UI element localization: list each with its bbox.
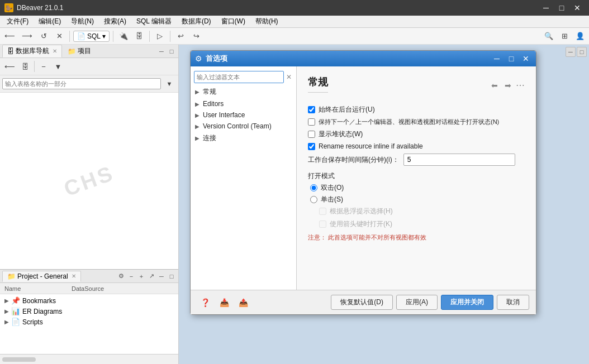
save-interval-input[interactable] — [403, 154, 515, 166]
cb-show-heap[interactable] — [308, 131, 315, 138]
dialog-maximize-btn[interactable]: □ — [506, 54, 517, 64]
maximize-panel-btn[interactable]: □ — [167, 47, 176, 56]
dialog-tree-general[interactable]: ▶ 常规 — [191, 85, 296, 98]
nav-icon-btn[interactable]: 🗄 — [18, 60, 32, 73]
apply-btn[interactable]: 应用(A) — [396, 295, 438, 310]
open-mode-section: 打开模式 双击(O) 单击(S) 根据悬浮提示选择(H) — [308, 171, 525, 229]
toolbar-redo-btn[interactable]: ↪ — [189, 30, 203, 43]
nav-filter-btn[interactable]: ▼ — [51, 60, 65, 73]
toolbar-connect-btn[interactable]: 🔌 — [117, 30, 130, 43]
title-bar: 🦫 DBeaver 21.0.1 ─ □ ✕ — [0, 0, 589, 16]
radio-single-click-label[interactable]: 单击(S) — [321, 195, 343, 204]
cb-show-heap-label[interactable]: 显示堆状态(W) — [319, 130, 363, 139]
cb-keep-open[interactable] — [308, 118, 315, 126]
app-title: DBeaver 21.0.1 — [17, 4, 535, 12]
toolbar-db-btn[interactable]: 🗄 — [132, 30, 146, 43]
minimize-button[interactable]: ─ — [539, 2, 553, 13]
project-content: Name DataSource ▶ 📌 Bookmarks ▶ 📊 ER Dia… — [0, 283, 178, 354]
tab-database-nav[interactable]: 🗄 数据库导航 ✕ — [2, 45, 62, 58]
restore-defaults-btn[interactable]: 恢复默认值(D) — [331, 295, 393, 310]
dialog-filter-clear-btn[interactable]: ✕ — [285, 73, 293, 81]
nav-more-icon[interactable]: ⋯ — [516, 80, 525, 90]
radio-single-click-input[interactable] — [310, 196, 317, 203]
h-scrollbar-thumb[interactable] — [2, 357, 36, 362]
cb-arrow-open[interactable] — [319, 221, 326, 228]
list-item[interactable]: ▶ 📊 ER Diagrams — [0, 306, 178, 317]
nav-collapse-btn[interactable]: ⟵ — [2, 60, 17, 73]
dialog-minimize-btn[interactable]: ─ — [491, 54, 502, 64]
dialog-tree-ui[interactable]: ▶ User Interface — [191, 109, 296, 121]
tab-project[interactable]: 📁 项目 — [63, 45, 96, 57]
nav-fwd-btn[interactable]: ➡ — [502, 80, 514, 91]
checkbox-rename-inline: Rename resource inline if available — [308, 142, 525, 150]
checkbox-arrow-open: 使用箭头键时打开(K) — [308, 219, 525, 229]
dialog-tree-editors[interactable]: ▶ Editors — [191, 98, 296, 109]
right-min-btn[interactable]: ─ — [566, 47, 576, 57]
dialog-tree-vcs[interactable]: ▶ Version Control (Team) — [191, 121, 296, 132]
app-icon: 🦫 — [4, 3, 13, 12]
toolbar-sep-3 — [149, 31, 150, 42]
menu-file[interactable]: 文件(F) — [2, 16, 33, 27]
nav-back-btn[interactable]: ⬅ — [489, 80, 500, 91]
right-max-btn[interactable]: □ — [577, 47, 587, 57]
cb-hover-select[interactable] — [319, 208, 326, 215]
toolbar-undo-btn[interactable]: ↩ — [174, 30, 187, 43]
toolbar-run-btn[interactable]: ▷ — [153, 30, 167, 43]
project-minus-btn[interactable]: − — [127, 272, 136, 281]
cb-always-bg-label[interactable]: 始终在后台运行(U) — [319, 105, 375, 114]
apply-close-btn[interactable]: 应用并关闭 — [441, 295, 493, 310]
dialog-tree-connection[interactable]: ▶ 连接 — [191, 132, 296, 145]
menu-help[interactable]: 帮助(H) — [251, 16, 283, 27]
help-icon-btn[interactable]: ❓ — [197, 296, 213, 309]
toolbar-user-btn[interactable]: 👤 — [573, 30, 587, 43]
expand-icon: ▶ — [4, 298, 9, 304]
nav-search-filter-btn[interactable]: ▼ — [163, 77, 176, 90]
menu-search[interactable]: 搜索(A) — [99, 16, 131, 27]
list-item[interactable]: ▶ 📄 Scripts — [0, 317, 178, 327]
radio-double-click-label[interactable]: 双击(O) — [321, 183, 344, 193]
nav-tree-area[interactable]: CHS — [0, 93, 178, 269]
close-button[interactable]: ✕ — [570, 2, 585, 13]
project-link-btn[interactable]: ↗ — [147, 272, 156, 281]
sql-button[interactable]: 📄 SQL ▾ — [73, 31, 110, 42]
project-max-btn[interactable]: □ — [167, 272, 176, 281]
menu-window[interactable]: 窗口(W) — [217, 16, 250, 27]
project-min2-btn[interactable]: ─ — [157, 272, 166, 281]
nav-search-input[interactable] — [2, 78, 161, 89]
dialog-filter-input[interactable] — [194, 71, 284, 83]
maximize-button[interactable]: □ — [554, 2, 569, 13]
project-tab[interactable]: 📁 Project - General ✕ — [2, 271, 81, 282]
cb-keep-open-label[interactable]: 保持下一个／上一个编辑器、视图和透视图对话框处于打开状态(N) — [319, 118, 499, 126]
nav-minus-btn[interactable]: − — [37, 60, 50, 73]
toolbar-forward-btn[interactable]: ⟶ — [20, 30, 35, 43]
menu-database[interactable]: 数据库(D) — [177, 16, 216, 27]
cancel-btn[interactable]: 取消 — [497, 295, 529, 310]
vcs-arrow-icon: ▶ — [195, 123, 200, 130]
toolbar-grid-btn[interactable]: ⊞ — [558, 30, 571, 43]
minimize-panel-btn[interactable]: ─ — [157, 47, 166, 56]
db-nav-close[interactable]: ✕ — [53, 48, 57, 54]
project-gear-btn[interactable]: ⚙ — [117, 272, 126, 281]
save-interval-row: 工作台保存时间间隔(分钟)(i)： — [308, 154, 525, 166]
menu-nav[interactable]: 导航(N) — [66, 16, 98, 27]
project-tab-close[interactable]: ✕ — [72, 273, 76, 279]
import-icon-btn[interactable]: 📥 — [216, 296, 232, 309]
toolbar-search-btn[interactable]: 🔍 — [542, 30, 555, 43]
cb-rename-inline-label[interactable]: Rename resource inline if available — [319, 142, 423, 150]
radio-double-click-input[interactable] — [310, 184, 317, 191]
menu-sql-editor[interactable]: SQL 编辑器 — [132, 16, 176, 27]
export-icon-btn[interactable]: 📤 — [235, 296, 251, 309]
menu-edit[interactable]: 编辑(E) — [34, 16, 65, 27]
project-tab-bar: 📁 Project - General ✕ ⚙ − + ↗ ─ □ — [0, 270, 178, 283]
dialog-close-btn[interactable]: ✕ — [520, 54, 531, 64]
toolbar-back-btn[interactable]: ⟵ — [2, 30, 17, 43]
dialog-title-icon: ⚙ — [195, 54, 202, 63]
cb-always-bg[interactable] — [308, 106, 315, 113]
project-col-ds: DataSource — [72, 285, 174, 292]
list-item[interactable]: ▶ 📌 Bookmarks — [0, 295, 178, 306]
cb-hover-select-label: 根据悬浮提示选择(H) — [330, 207, 393, 216]
toolbar-stop-btn[interactable]: ✕ — [53, 30, 66, 43]
cb-rename-inline[interactable] — [308, 143, 315, 150]
toolbar-refresh-btn[interactable]: ↺ — [37, 30, 50, 43]
project-plus-btn[interactable]: + — [137, 272, 146, 281]
